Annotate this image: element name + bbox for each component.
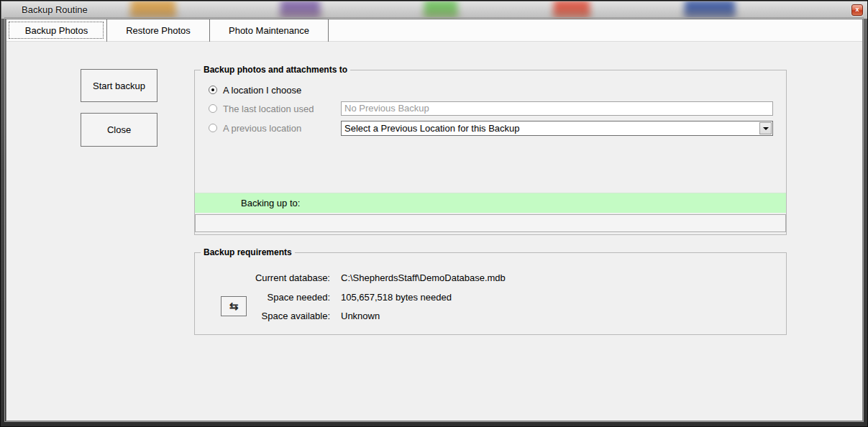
chevron-down-icon	[763, 127, 769, 130]
space-available-value: Unknown	[341, 311, 380, 321]
radio-button-icon[interactable]	[209, 124, 217, 132]
close-button[interactable]: Close	[81, 113, 157, 147]
titlebar[interactable]: Backup Routine x	[1, 1, 868, 19]
previous-location-dropdown[interactable]: Select a Previous Location for this Back…	[341, 121, 773, 136]
tab-backup-photos[interactable]: Backup Photos	[6, 19, 106, 42]
backup-path-display	[195, 214, 786, 232]
dropdown-selected-value: Select a Previous Location for this Back…	[344, 123, 520, 134]
backing-up-to-label: Backing up to:	[241, 198, 300, 208]
group-title: Backup photos and attachments to	[201, 65, 350, 75]
tab-label: Restore Photos	[126, 25, 191, 36]
space-available-label: Space available:	[194, 311, 330, 321]
radio-button-icon[interactable]	[209, 86, 217, 94]
radio-previous-location[interactable]: A previous location	[209, 123, 301, 133]
radio-last-location-used[interactable]: The last location used	[209, 104, 314, 114]
radio-location-i-choose[interactable]: A location I choose	[209, 85, 301, 95]
space-needed-label: Space needed:	[194, 292, 330, 303]
backing-up-to-banner: Backing up to:	[195, 193, 786, 213]
dialog-client-area: Backup Photos Restore Photos Photo Maint…	[6, 19, 863, 421]
current-database-value: C:\ShepherdsStaff\DemoDatabase.mdb	[341, 272, 506, 283]
group-title: Backup requirements	[201, 247, 295, 257]
backup-routine-window: Backup Routine x Backup Photos Restore P…	[0, 0, 868, 427]
radio-button-icon[interactable]	[209, 104, 217, 113]
current-database-label: Current database:	[194, 272, 330, 283]
tab-restore-photos[interactable]: Restore Photos	[107, 19, 209, 42]
space-needed-value: 105,657,518 bytes needed	[341, 292, 452, 303]
start-backup-button[interactable]: Start backup	[81, 69, 157, 102]
last-location-field[interactable]: No Previous Backup	[341, 101, 773, 116]
window-title: Backup Routine	[22, 4, 88, 15]
close-icon[interactable]: x	[851, 4, 863, 16]
tab-focus-rectangle	[9, 22, 104, 39]
tab-strip: Backup Photos Restore Photos Photo Maint…	[6, 19, 862, 42]
tab-photo-maintenance[interactable]: Photo Maintenance	[210, 19, 328, 42]
dropdown-arrow-button[interactable]	[759, 122, 772, 134]
tab-label: Photo Maintenance	[229, 25, 309, 36]
